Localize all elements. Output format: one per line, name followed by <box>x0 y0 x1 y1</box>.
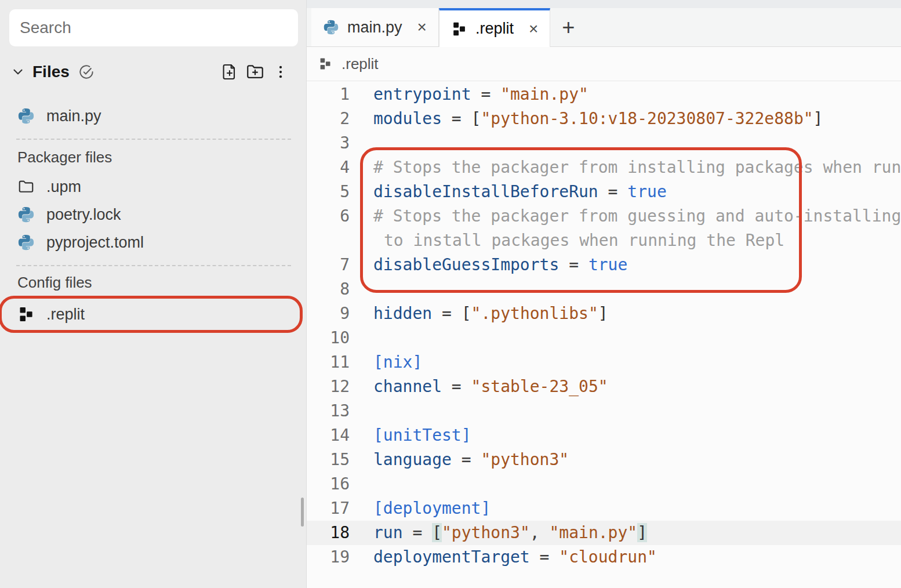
python-icon <box>17 234 35 251</box>
line-number: 3 <box>307 131 350 155</box>
chevron-down-icon[interactable] <box>10 64 26 79</box>
sidebar-divider <box>16 139 291 140</box>
code-line-wrap: to install packages when running the Rep… <box>307 228 901 253</box>
code-text: [unitTest] <box>373 423 471 448</box>
sidebar-annotation-box <box>0 296 303 333</box>
code-text: language = "python3" <box>373 448 569 472</box>
new-folder-icon[interactable] <box>242 59 268 85</box>
replit-icon <box>17 306 35 323</box>
file-item-upm[interactable]: .upm <box>0 173 306 201</box>
line-number: 17 <box>307 496 350 521</box>
tab-close-icon[interactable]: × <box>415 19 429 35</box>
file-sidebar: Search Files <box>0 0 307 588</box>
packager-files-label: Packager files <box>17 148 112 166</box>
line-number: 11 <box>307 350 350 375</box>
config-files-label: Config files <box>17 274 92 292</box>
file-item-label: .replit <box>46 306 85 324</box>
code-line-18: 18run = ["python3", "main.py"] <box>307 521 901 545</box>
line-number: 5 <box>307 180 350 204</box>
code-line-10: 10 <box>307 326 901 350</box>
check-circle-icon <box>78 63 95 81</box>
code-editor[interactable]: 1entrypoint = "main.py"2modules = ["pyth… <box>307 81 901 569</box>
tab-close-icon[interactable]: × <box>526 21 540 37</box>
code-text: disableInstallBeforeRun = true <box>373 180 667 204</box>
code-text: entrypoint = "main.py" <box>373 82 588 107</box>
files-list: main.py <box>0 102 306 130</box>
tab-bar: main.py× .replit×+ <box>307 8 901 47</box>
new-file-icon[interactable] <box>217 59 242 85</box>
code-text: # Stops the packager from installing pac… <box>373 155 901 180</box>
breadcrumb-filename: .replit <box>341 55 379 73</box>
code-line-14: 14[unitTest] <box>307 423 901 448</box>
code-text: # Stops the packager from guessing and a… <box>373 204 901 228</box>
line-number: 9 <box>307 302 350 326</box>
file-item-pyproject-toml[interactable]: pyproject.toml <box>0 228 306 256</box>
line-number: 16 <box>307 472 350 496</box>
replit-file-icon <box>318 57 332 71</box>
packager-files-list: .upm poetry.lock pyproject.toml <box>0 173 306 256</box>
pane-top-strip <box>307 0 901 8</box>
breadcrumb[interactable]: .replit <box>307 47 901 81</box>
code-line-12: 12channel = "stable-23_05" <box>307 375 901 399</box>
line-number: 12 <box>307 375 350 399</box>
kebab-menu-icon[interactable] <box>268 59 293 85</box>
code-text: [nix] <box>373 350 422 375</box>
file-item-main-py[interactable]: main.py <box>0 102 306 130</box>
file-item-label: main.py <box>46 107 101 125</box>
line-number: 8 <box>307 277 350 302</box>
tab-label: main.py <box>347 19 402 37</box>
line-number: 19 <box>307 545 350 569</box>
code-text: to install packages when running the Rep… <box>384 228 784 253</box>
code-line-9: 9hidden = [".pythonlibs"] <box>307 302 901 326</box>
code-line-1: 1entrypoint = "main.py" <box>307 82 901 107</box>
line-number: 4 <box>307 155 350 180</box>
line-number <box>307 228 350 253</box>
config-files-list: .replit <box>0 299 306 329</box>
code-text: [deployment] <box>373 496 491 521</box>
file-item-replit[interactable]: .replit <box>0 299 301 329</box>
code-text: disableGuessImports = true <box>373 253 627 277</box>
sidebar-divider <box>16 265 291 266</box>
files-section-title: Files <box>32 63 70 81</box>
code-line-13: 13 <box>307 399 901 423</box>
code-line-11: 11[nix] <box>307 350 901 375</box>
line-number: 10 <box>307 326 350 350</box>
replit-workspace: Search Files <box>0 0 901 588</box>
new-tab-button[interactable]: + <box>550 16 586 38</box>
search-input[interactable]: Search <box>9 9 298 46</box>
tab-main-py[interactable]: main.py× <box>311 8 439 46</box>
code-line-5: 5disableInstallBeforeRun = true <box>307 180 901 204</box>
code-text: modules = ["python-3.10:v18-20230807-322… <box>373 107 823 131</box>
file-item-label: .upm <box>46 178 81 196</box>
code-line-15: 15language = "python3" <box>307 448 901 472</box>
tab-replit[interactable]: .replit× <box>439 8 550 47</box>
code-line-19: 19deploymentTarget = "cloudrun" <box>307 545 901 569</box>
folder-icon <box>17 178 35 195</box>
file-item-label: poetry.lock <box>46 206 121 224</box>
tab-label: .replit <box>475 20 514 38</box>
code-line-4: 4# Stops the packager from installing pa… <box>307 155 901 180</box>
line-number: 1 <box>307 82 350 107</box>
python-icon <box>17 206 35 223</box>
file-item-label: pyproject.toml <box>46 234 144 252</box>
code-text: channel = "stable-23_05" <box>373 375 608 399</box>
line-number: 13 <box>307 399 350 423</box>
line-number: 14 <box>307 423 350 448</box>
code-text: run = ["python3", "main.py"] <box>373 521 647 545</box>
code-lines: 1entrypoint = "main.py"2modules = ["pyth… <box>307 82 901 569</box>
line-number: 15 <box>307 448 350 472</box>
replit-icon <box>451 21 467 37</box>
code-line-8: 8 <box>307 277 901 302</box>
sidebar-scrollbar[interactable] <box>301 498 304 527</box>
file-item-poetry-lock[interactable]: poetry.lock <box>0 201 306 228</box>
python-icon <box>323 19 339 35</box>
code-line-17: 17[deployment] <box>307 496 901 521</box>
code-line-16: 16 <box>307 472 901 496</box>
line-number: 2 <box>307 107 350 131</box>
code-line-2: 2modules = ["python-3.10:v18-20230807-32… <box>307 107 901 131</box>
code-line-7: 7disableGuessImports = true <box>307 253 901 277</box>
python-icon <box>17 107 35 125</box>
code-text: hidden = [".pythonlibs"] <box>373 302 608 326</box>
code-text: deploymentTarget = "cloudrun" <box>373 545 657 569</box>
line-number: 7 <box>307 253 350 277</box>
